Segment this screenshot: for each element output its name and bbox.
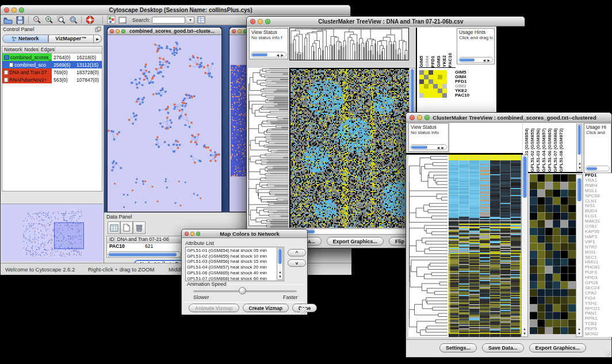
minimize-button[interactable] — [258, 19, 263, 24]
minimize-button[interactable] — [190, 232, 194, 236]
zoom-button[interactable] — [424, 115, 430, 120]
scrollbar-thumb[interactable] — [460, 58, 475, 62]
gene-label[interactable]: MON2 — [585, 332, 612, 337]
close-button[interactable] — [250, 19, 255, 24]
array-label[interactable]: GIM3 — [436, 56, 441, 67]
column-header[interactable]: ID — [107, 236, 115, 243]
scroll-down-icon[interactable]: ▼ — [523, 332, 526, 336]
attribute-item[interactable]: GPL51-07 (GSM868) heat shock 60 min — [187, 276, 284, 281]
array-label[interactable]: PAC10 — [447, 53, 453, 67]
birds-eye-view[interactable] — [1, 204, 103, 262]
close-button[interactable] — [110, 29, 114, 33]
scrollbar-thumb[interactable] — [577, 125, 581, 155]
network-row[interactable]: RNAPuberNov2+ 563(0) 107847(0) — [2, 76, 102, 83]
zoom-selected-button[interactable] — [56, 16, 66, 24]
scroll-left-icon[interactable]: ◀ — [276, 53, 279, 58]
array-label[interactable]: GPL51-06 (GSM865) — [547, 128, 552, 172]
minimize-button[interactable] — [417, 115, 422, 120]
scroll-left-icon[interactable]: ◀ — [483, 59, 485, 63]
dialog-button[interactable]: Animate Vizmap — [189, 304, 239, 312]
scrollbar-thumb[interactable] — [411, 145, 427, 149]
scroll-right-icon[interactable]: ▶ — [487, 59, 490, 63]
tab-overflow-button[interactable]: ▶ — [94, 35, 102, 43]
gene-dendrogram[interactable] — [248, 68, 288, 228]
zoom-out-button[interactable] — [32, 16, 42, 24]
data-panel-hscrollbar[interactable] — [108, 251, 181, 258]
scrollbar-thumb[interactable] — [577, 178, 582, 201]
minimize-button[interactable] — [238, 29, 242, 33]
column-header[interactable]: DNA and Tran 07-21-06 — [115, 236, 170, 243]
action-button[interactable]: Export Graphics... — [327, 237, 384, 246]
resize-grip[interactable] — [300, 308, 307, 314]
gene-label[interactable]: PAC10 — [455, 93, 469, 98]
minimize-button[interactable] — [12, 7, 17, 13]
attribute-item[interactable]: GPL51-03 (GSM856) heat shock 15 min — [187, 259, 284, 265]
resize-grip[interactable] — [605, 350, 611, 357]
scroll-right-icon[interactable]: ▶ — [281, 53, 284, 58]
array-label[interactable]: GIM4 — [424, 56, 430, 67]
zoom-in-button[interactable] — [44, 16, 54, 24]
hints-scrollbar[interactable]: ◀ ▶ — [458, 57, 493, 63]
action-button[interactable]: Settings... — [439, 343, 477, 352]
scroll-up-icon[interactable]: ▲ — [578, 162, 582, 166]
main-heatmap[interactable] — [449, 155, 521, 337]
close-button[interactable] — [4, 7, 9, 13]
heatmap-vscrollbar[interactable]: ▲ ▼ — [521, 155, 528, 337]
scrollbar-thumb[interactable] — [587, 167, 597, 170]
close-button[interactable] — [185, 232, 189, 236]
array-label[interactable]: YKE2 — [442, 55, 447, 67]
select-attributes-button[interactable] — [108, 221, 120, 234]
action-button[interactable]: Export Graphics... — [529, 343, 587, 352]
column-header[interactable]: Network — [2, 47, 22, 53]
labels-vscrollbar[interactable]: ▲ ▼ — [576, 124, 582, 171]
array-label[interactable]: GPL51-02 (GSM855) — [530, 128, 535, 172]
network-row[interactable]: DNA and Tran 07 769(0) 183728(0) — [2, 68, 102, 76]
search-input[interactable] — [152, 17, 185, 24]
scroll-right-icon[interactable]: ▶ — [441, 146, 444, 150]
hints-scrollbar[interactable] — [586, 166, 610, 171]
network-canvas[interactable] — [108, 35, 221, 212]
annotation-button[interactable] — [118, 16, 128, 24]
array-label[interactable]: GPL51-07 (GSM868) — [553, 128, 558, 172]
scroll-up-icon[interactable]: ▲ — [523, 327, 526, 331]
array-label[interactable]: GPL51-04 (GSM857) — [541, 128, 546, 172]
array-label[interactable]: GIM5 — [419, 56, 424, 67]
network-row[interactable]: combined_sco 2569(6) 13112(15) — [2, 61, 102, 68]
attribute-item[interactable]: GPL51-01 (GSM854) heat shock 05 min — [187, 248, 284, 254]
vizmap-button[interactable] — [106, 16, 116, 24]
filter-table-button[interactable] — [196, 16, 206, 24]
move-up-button[interactable]: ^ — [288, 249, 306, 256]
minimize-button[interactable] — [116, 29, 120, 33]
scrollbar-thumb[interactable] — [522, 156, 527, 198]
scroll-down-icon[interactable]: ▼ — [578, 166, 582, 170]
save-session-button[interactable] — [15, 16, 25, 24]
column-header[interactable]: Edges — [39, 47, 55, 53]
search-dropdown-arrow[interactable]: ▼ — [187, 17, 194, 24]
column-header[interactable]: Nodes — [22, 47, 39, 53]
array-dendrogram[interactable] — [289, 28, 409, 60]
scrollbar-thumb[interactable] — [109, 252, 177, 256]
scroll-up-icon[interactable]: ▲ — [577, 327, 581, 331]
attribute-item[interactable]: GPL51-04 (GSM857) heat shock 20 min — [187, 265, 284, 270]
zoom-fit-button[interactable] — [68, 16, 78, 24]
main-titlebar[interactable]: Cytoscape Desktop (Session Name: collins… — [1, 5, 350, 15]
zoom-heatmap[interactable] — [419, 70, 447, 98]
tab-network[interactable]: Network — [2, 35, 48, 43]
scrollbar-thumb[interactable] — [252, 53, 267, 56]
close-button[interactable] — [232, 29, 236, 33]
network-view-titlebar[interactable]: combined_scores_good.txt--cluste... — [108, 28, 221, 35]
genelist-vscrollbar[interactable]: ▲ ▼ — [576, 174, 583, 337]
scroll-up-icon[interactable]: ▲ — [278, 270, 282, 274]
speed-slider-thumb[interactable] — [239, 287, 246, 294]
status-scrollbar[interactable]: ◀ ▶ — [410, 144, 447, 150]
array-label[interactable]: GPL51-03 (GSM856) — [536, 128, 541, 172]
zoom-button[interactable] — [19, 7, 24, 13]
tab-vizmapper[interactable]: VizMapper™ — [48, 35, 94, 43]
gene-dendrogram[interactable] — [408, 155, 449, 337]
treeview-combined-titlebar[interactable]: ClusterMaker TreeView : combined_scores_… — [406, 113, 611, 122]
main-heatmap[interactable] — [289, 68, 409, 228]
float-panel-icon[interactable] — [95, 26, 101, 32]
delete-attribute-button[interactable] — [133, 221, 146, 234]
scroll-left-icon[interactable]: ◀ — [437, 146, 439, 150]
network-row[interactable]: combined_scores_ 2764(0) 16218(0) — [2, 53, 102, 61]
